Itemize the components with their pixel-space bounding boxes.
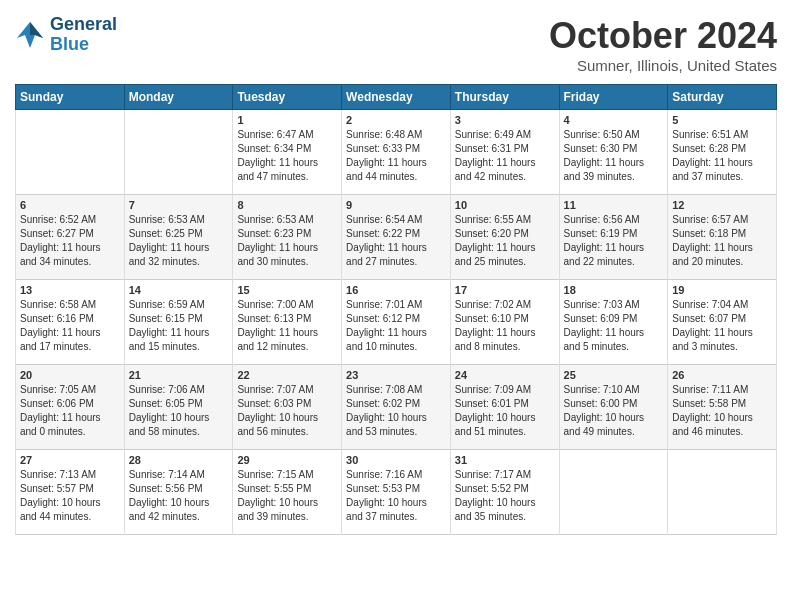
day-cell: 29 Sunrise: 7:15 AMSunset: 5:55 PMDaylig…	[233, 450, 342, 535]
day-cell: 26 Sunrise: 7:11 AMSunset: 5:58 PMDaylig…	[668, 365, 777, 450]
day-number: 6	[20, 199, 120, 211]
day-number: 15	[237, 284, 337, 296]
day-info: Sunrise: 7:06 AMSunset: 6:05 PMDaylight:…	[129, 383, 229, 439]
day-number: 8	[237, 199, 337, 211]
day-info: Sunrise: 7:04 AMSunset: 6:07 PMDaylight:…	[672, 298, 772, 354]
day-info: Sunrise: 6:50 AMSunset: 6:30 PMDaylight:…	[564, 128, 664, 184]
day-number: 20	[20, 369, 120, 381]
logo-text: General Blue	[50, 15, 117, 55]
header-row: SundayMondayTuesdayWednesdayThursdayFrid…	[16, 85, 777, 110]
day-number: 29	[237, 454, 337, 466]
day-info: Sunrise: 6:48 AMSunset: 6:33 PMDaylight:…	[346, 128, 446, 184]
day-cell: 25 Sunrise: 7:10 AMSunset: 6:00 PMDaylig…	[559, 365, 668, 450]
day-info: Sunrise: 6:55 AMSunset: 6:20 PMDaylight:…	[455, 213, 555, 269]
day-number: 22	[237, 369, 337, 381]
day-number: 25	[564, 369, 664, 381]
day-cell: 1 Sunrise: 6:47 AMSunset: 6:34 PMDayligh…	[233, 110, 342, 195]
day-number: 1	[237, 114, 337, 126]
col-header-saturday: Saturday	[668, 85, 777, 110]
day-number: 31	[455, 454, 555, 466]
day-number: 24	[455, 369, 555, 381]
week-row-4: 20 Sunrise: 7:05 AMSunset: 6:06 PMDaylig…	[16, 365, 777, 450]
day-cell: 22 Sunrise: 7:07 AMSunset: 6:03 PMDaylig…	[233, 365, 342, 450]
day-cell: 9 Sunrise: 6:54 AMSunset: 6:22 PMDayligh…	[342, 195, 451, 280]
day-info: Sunrise: 6:56 AMSunset: 6:19 PMDaylight:…	[564, 213, 664, 269]
day-cell: 7 Sunrise: 6:53 AMSunset: 6:25 PMDayligh…	[124, 195, 233, 280]
day-info: Sunrise: 7:07 AMSunset: 6:03 PMDaylight:…	[237, 383, 337, 439]
day-info: Sunrise: 6:54 AMSunset: 6:22 PMDaylight:…	[346, 213, 446, 269]
day-cell: 28 Sunrise: 7:14 AMSunset: 5:56 PMDaylig…	[124, 450, 233, 535]
day-cell: 5 Sunrise: 6:51 AMSunset: 6:28 PMDayligh…	[668, 110, 777, 195]
day-cell: 2 Sunrise: 6:48 AMSunset: 6:33 PMDayligh…	[342, 110, 451, 195]
day-number: 19	[672, 284, 772, 296]
day-number: 27	[20, 454, 120, 466]
day-info: Sunrise: 6:53 AMSunset: 6:25 PMDaylight:…	[129, 213, 229, 269]
day-number: 2	[346, 114, 446, 126]
day-cell: 18 Sunrise: 7:03 AMSunset: 6:09 PMDaylig…	[559, 280, 668, 365]
week-row-3: 13 Sunrise: 6:58 AMSunset: 6:16 PMDaylig…	[16, 280, 777, 365]
day-info: Sunrise: 6:49 AMSunset: 6:31 PMDaylight:…	[455, 128, 555, 184]
day-number: 3	[455, 114, 555, 126]
day-info: Sunrise: 7:03 AMSunset: 6:09 PMDaylight:…	[564, 298, 664, 354]
day-number: 14	[129, 284, 229, 296]
day-cell: 8 Sunrise: 6:53 AMSunset: 6:23 PMDayligh…	[233, 195, 342, 280]
day-number: 28	[129, 454, 229, 466]
day-info: Sunrise: 7:00 AMSunset: 6:13 PMDaylight:…	[237, 298, 337, 354]
location: Sumner, Illinois, United States	[549, 57, 777, 74]
day-cell: 13 Sunrise: 6:58 AMSunset: 6:16 PMDaylig…	[16, 280, 125, 365]
col-header-tuesday: Tuesday	[233, 85, 342, 110]
day-cell: 14 Sunrise: 6:59 AMSunset: 6:15 PMDaylig…	[124, 280, 233, 365]
day-cell: 31 Sunrise: 7:17 AMSunset: 5:52 PMDaylig…	[450, 450, 559, 535]
day-info: Sunrise: 7:10 AMSunset: 6:00 PMDaylight:…	[564, 383, 664, 439]
day-number: 23	[346, 369, 446, 381]
day-info: Sunrise: 6:51 AMSunset: 6:28 PMDaylight:…	[672, 128, 772, 184]
col-header-wednesday: Wednesday	[342, 85, 451, 110]
day-info: Sunrise: 7:09 AMSunset: 6:01 PMDaylight:…	[455, 383, 555, 439]
calendar-table: SundayMondayTuesdayWednesdayThursdayFrid…	[15, 84, 777, 535]
day-info: Sunrise: 7:13 AMSunset: 5:57 PMDaylight:…	[20, 468, 120, 524]
day-info: Sunrise: 7:08 AMSunset: 6:02 PMDaylight:…	[346, 383, 446, 439]
day-number: 7	[129, 199, 229, 211]
day-info: Sunrise: 6:59 AMSunset: 6:15 PMDaylight:…	[129, 298, 229, 354]
day-cell: 12 Sunrise: 6:57 AMSunset: 6:18 PMDaylig…	[668, 195, 777, 280]
day-number: 21	[129, 369, 229, 381]
day-info: Sunrise: 7:02 AMSunset: 6:10 PMDaylight:…	[455, 298, 555, 354]
day-number: 18	[564, 284, 664, 296]
day-cell: 23 Sunrise: 7:08 AMSunset: 6:02 PMDaylig…	[342, 365, 451, 450]
day-cell: 10 Sunrise: 6:55 AMSunset: 6:20 PMDaylig…	[450, 195, 559, 280]
day-cell: 6 Sunrise: 6:52 AMSunset: 6:27 PMDayligh…	[16, 195, 125, 280]
week-row-5: 27 Sunrise: 7:13 AMSunset: 5:57 PMDaylig…	[16, 450, 777, 535]
day-number: 10	[455, 199, 555, 211]
day-number: 11	[564, 199, 664, 211]
day-cell: 30 Sunrise: 7:16 AMSunset: 5:53 PMDaylig…	[342, 450, 451, 535]
day-info: Sunrise: 7:14 AMSunset: 5:56 PMDaylight:…	[129, 468, 229, 524]
day-cell: 21 Sunrise: 7:06 AMSunset: 6:05 PMDaylig…	[124, 365, 233, 450]
day-number: 30	[346, 454, 446, 466]
day-info: Sunrise: 6:52 AMSunset: 6:27 PMDaylight:…	[20, 213, 120, 269]
week-row-2: 6 Sunrise: 6:52 AMSunset: 6:27 PMDayligh…	[16, 195, 777, 280]
col-header-monday: Monday	[124, 85, 233, 110]
day-number: 4	[564, 114, 664, 126]
day-number: 16	[346, 284, 446, 296]
title-block: October 2024 Sumner, Illinois, United St…	[549, 15, 777, 74]
logo-icon	[15, 20, 45, 50]
day-cell: 27 Sunrise: 7:13 AMSunset: 5:57 PMDaylig…	[16, 450, 125, 535]
day-info: Sunrise: 6:58 AMSunset: 6:16 PMDaylight:…	[20, 298, 120, 354]
day-cell: 4 Sunrise: 6:50 AMSunset: 6:30 PMDayligh…	[559, 110, 668, 195]
day-info: Sunrise: 6:57 AMSunset: 6:18 PMDaylight:…	[672, 213, 772, 269]
col-header-friday: Friday	[559, 85, 668, 110]
col-header-thursday: Thursday	[450, 85, 559, 110]
day-cell: 17 Sunrise: 7:02 AMSunset: 6:10 PMDaylig…	[450, 280, 559, 365]
day-info: Sunrise: 7:01 AMSunset: 6:12 PMDaylight:…	[346, 298, 446, 354]
day-cell	[16, 110, 125, 195]
day-number: 9	[346, 199, 446, 211]
day-info: Sunrise: 6:47 AMSunset: 6:34 PMDaylight:…	[237, 128, 337, 184]
day-cell: 11 Sunrise: 6:56 AMSunset: 6:19 PMDaylig…	[559, 195, 668, 280]
day-number: 26	[672, 369, 772, 381]
day-cell	[559, 450, 668, 535]
week-row-1: 1 Sunrise: 6:47 AMSunset: 6:34 PMDayligh…	[16, 110, 777, 195]
day-info: Sunrise: 7:05 AMSunset: 6:06 PMDaylight:…	[20, 383, 120, 439]
day-cell: 24 Sunrise: 7:09 AMSunset: 6:01 PMDaylig…	[450, 365, 559, 450]
day-cell: 20 Sunrise: 7:05 AMSunset: 6:06 PMDaylig…	[16, 365, 125, 450]
day-cell	[124, 110, 233, 195]
